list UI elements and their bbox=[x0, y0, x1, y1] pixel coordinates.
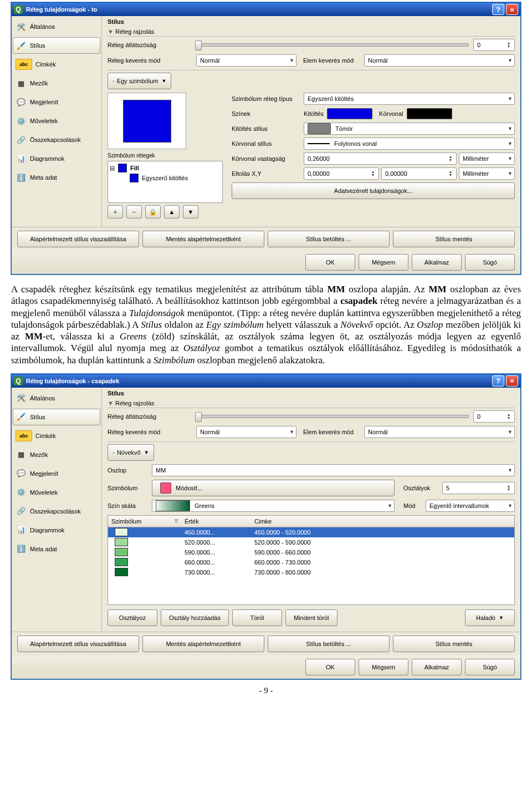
ok-button[interactable]: OK bbox=[305, 659, 355, 675]
save-style-button[interactable]: Stílus mentés bbox=[393, 636, 515, 652]
restore-default-button[interactable]: Alapértelmezett stílus visszaállítása bbox=[17, 231, 139, 247]
symbol-layers-tree[interactable]: ⊟Fill Egyszerű kitöltés bbox=[108, 161, 223, 203]
sidebar-item-actions[interactable]: ⚙️Műveletek bbox=[13, 484, 100, 501]
close-icon[interactable]: × bbox=[506, 4, 518, 15]
fill-color-picker[interactable] bbox=[327, 108, 372, 119]
outline-width-spinbox[interactable]: 0,26000▲▼ bbox=[304, 153, 457, 165]
chevron-down-icon: ▼ bbox=[508, 96, 513, 101]
delete-button[interactable]: Töröl bbox=[232, 609, 282, 626]
opacity-spinbox[interactable]: 0▲▼ bbox=[473, 39, 515, 51]
blend-layer-combo[interactable]: Normál▼ bbox=[196, 54, 296, 67]
lock-button[interactable]: 🔒 bbox=[145, 205, 161, 218]
tree-child[interactable]: Egyszerű kitöltés bbox=[110, 173, 221, 183]
symbol-mode-button[interactable]: ▫ Növekvő ▼ bbox=[108, 444, 154, 461]
header-symbol[interactable]: Szimbólum▽ bbox=[108, 518, 181, 525]
cancel-button[interactable]: Mégsem bbox=[359, 659, 408, 675]
sidebar-item-display[interactable]: 💬Megjelenít bbox=[13, 94, 100, 110]
advanced-button[interactable]: Haladó▼ bbox=[465, 609, 515, 626]
apply-button[interactable]: Alkalmaz bbox=[412, 254, 462, 271]
color-ramp-combo[interactable]: Greens▼ bbox=[152, 500, 395, 512]
sidebar-item-labels[interactable]: abcCimkék bbox=[13, 428, 100, 444]
sidebar-item-metadata[interactable]: ℹ️Meta adat bbox=[13, 169, 100, 186]
tree-root[interactable]: ⊟Fill bbox=[110, 163, 221, 173]
fill-style-combo[interactable]: Tömör▼ bbox=[304, 123, 515, 135]
outline-color-label: Körvonal bbox=[379, 110, 403, 117]
table-row[interactable]: 730.0000... 730.0000 - 800.0000 bbox=[108, 567, 514, 577]
sidebar-item-fields[interactable]: ▦Mezők bbox=[13, 75, 100, 92]
restore-default-button[interactable]: Alapértelmezett stílus visszaállítása bbox=[17, 636, 139, 652]
sidebar-item-labels[interactable]: abcCimkék bbox=[13, 56, 100, 73]
sidebar-item-diagrams[interactable]: 📊Diagrammok bbox=[13, 150, 100, 167]
move-up-button[interactable]: ▲ bbox=[164, 205, 180, 218]
combo-value: Egyenlő intervallumok bbox=[429, 502, 489, 509]
sidebar-item-style[interactable]: 🖌️Stílus bbox=[13, 409, 100, 425]
outline-color-picker[interactable] bbox=[407, 108, 452, 119]
blend-elem-combo[interactable]: Normál▼ bbox=[364, 54, 515, 67]
table-row[interactable]: 660.0000... 660.0000 - 730.0000 bbox=[108, 557, 514, 567]
help-button[interactable]: Súgó bbox=[465, 254, 515, 271]
sidebar-item-metadata[interactable]: ℹ️Meta adat bbox=[13, 541, 100, 557]
help-icon[interactable]: ? bbox=[492, 375, 504, 387]
add-layer-button[interactable]: + bbox=[108, 205, 123, 218]
ok-button[interactable]: OK bbox=[305, 254, 355, 271]
layer-drawing-collapse[interactable]: ▼Réteg rajzolás bbox=[108, 27, 515, 37]
move-down-button[interactable]: ▼ bbox=[183, 205, 198, 218]
classes-spinbox[interactable]: 5▲▼ bbox=[442, 482, 515, 494]
data-defined-button[interactable]: Adatvezérelt tulajdonságok... bbox=[232, 182, 515, 199]
titlebar[interactable]: Q Réteg tulajdonságok - to ? × bbox=[12, 3, 520, 16]
symbol-mode-button[interactable]: ▫ Egy szimbólum ▼ bbox=[108, 73, 171, 89]
opacity-slider[interactable] bbox=[196, 43, 469, 47]
sidebar-item-joins[interactable]: 🔗Összekapcsolások bbox=[13, 131, 100, 148]
sym-type-combo[interactable]: Egyszerű kitöltés▼ bbox=[304, 93, 515, 105]
outline-width-unit-combo[interactable]: Milliméter▼ bbox=[459, 153, 515, 165]
header-label[interactable]: Cimke bbox=[251, 518, 514, 525]
symbol-label: Szimbólum bbox=[108, 485, 152, 491]
save-style-button[interactable]: Stílus mentés bbox=[393, 231, 515, 247]
header-value[interactable]: Érték bbox=[181, 518, 251, 525]
blend-elem-combo[interactable]: Normál▼ bbox=[364, 426, 515, 438]
help-button[interactable]: Súgó bbox=[465, 659, 515, 675]
sidebar-item-actions[interactable]: ⚙️Műveletek bbox=[13, 113, 100, 129]
sidebar-item-style[interactable]: 🖌️Stílus bbox=[13, 37, 100, 54]
table-row[interactable]: 450.0000... 450.0000 - 520.0000 bbox=[108, 527, 514, 537]
add-class-button[interactable]: Osztály hozzáadás bbox=[161, 609, 229, 626]
layer-drawing-collapse[interactable]: ▼Réteg rajzolás bbox=[108, 399, 515, 408]
apply-button[interactable]: Alkalmaz bbox=[412, 659, 462, 675]
sidebar-item-display[interactable]: 💬Megjelenít bbox=[13, 465, 100, 482]
column-combo[interactable]: MM▼ bbox=[152, 464, 515, 476]
blend-layer-combo[interactable]: Normál▼ bbox=[196, 426, 296, 438]
cancel-button[interactable]: Mégsem bbox=[359, 254, 408, 271]
offset-unit-combo[interactable]: Milliméter▼ bbox=[459, 167, 515, 180]
button-label: Mindent töröl bbox=[294, 614, 329, 621]
save-default-button[interactable]: Mentés alapértelmezettként bbox=[142, 636, 264, 652]
sidebar-item-fields[interactable]: ▦Mezők bbox=[13, 446, 100, 463]
delete-all-button[interactable]: Mindent töröl bbox=[285, 609, 337, 626]
load-style-button[interactable]: Stílus betöltés ... bbox=[268, 636, 390, 652]
table-row[interactable]: 590.0000... 590.0000 - 660.0000 bbox=[108, 547, 514, 557]
qgis-icon: Q bbox=[14, 5, 23, 14]
load-style-button[interactable]: Stílus betöltés ... bbox=[268, 231, 390, 247]
help-icon[interactable]: ? bbox=[492, 4, 504, 15]
opacity-spinbox[interactable]: 0▲▼ bbox=[473, 410, 515, 423]
opacity-slider[interactable] bbox=[196, 415, 469, 418]
mode-combo[interactable]: Egyenlő intervallumok▼ bbox=[426, 500, 515, 512]
combo-value: Normál bbox=[368, 57, 387, 64]
table-row[interactable]: 520.0000... 520.0000 - 590.0000 bbox=[108, 537, 514, 547]
style-action-row: Alapértelmezett stílus visszaállítása Me… bbox=[12, 632, 520, 655]
sidebar-item-joins[interactable]: 🔗Összekapcsolások bbox=[13, 503, 100, 520]
outline-style-combo[interactable]: Folytonos vonal▼ bbox=[304, 138, 515, 150]
classify-button[interactable]: Osztályoz bbox=[108, 609, 157, 626]
sidebar-item-general[interactable]: 🛠️Általános bbox=[13, 18, 100, 35]
chart-icon: 📊 bbox=[16, 154, 27, 164]
save-default-button[interactable]: Mentés alapértelmezettként bbox=[142, 231, 264, 247]
remove-layer-button[interactable]: – bbox=[126, 205, 142, 218]
modify-symbol-button[interactable]: Módosít... bbox=[152, 480, 395, 496]
close-icon[interactable]: × bbox=[506, 375, 518, 387]
sidebar-item-diagrams[interactable]: 📊Diagrammok bbox=[13, 522, 100, 538]
row-label: 590.0000 - 660.0000 bbox=[251, 549, 514, 556]
offset-x-spinbox[interactable]: 0,00000▲▼ bbox=[304, 167, 379, 180]
titlebar[interactable]: Q Réteg tulajdonságok - csapadek ? × bbox=[12, 374, 520, 388]
class-table[interactable]: Szimbólum▽ Érték Cimke 450.0000... 450.0… bbox=[108, 515, 515, 605]
sidebar-item-general[interactable]: 🛠️Általános bbox=[13, 390, 100, 406]
offset-y-spinbox[interactable]: 0,00000▲▼ bbox=[381, 167, 457, 180]
